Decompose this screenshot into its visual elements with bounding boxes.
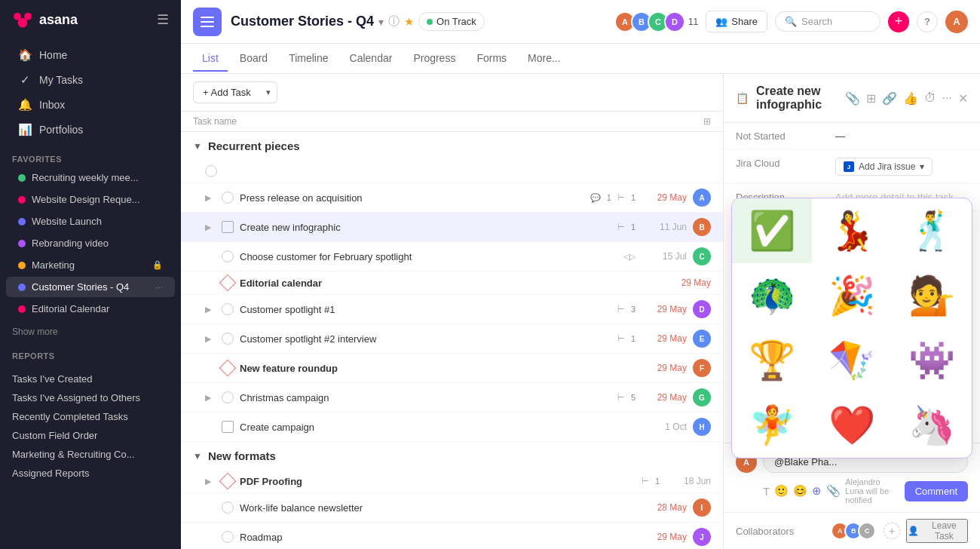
tab-timeline[interactable]: Timeline	[280, 46, 337, 72]
text-format-icon[interactable]: T	[763, 485, 770, 498]
emoji-smile-icon[interactable]: 🙂	[774, 484, 789, 498]
table-row[interactable]: ▶ Press release on acquisition 💬 1 ⊢ 1 2…	[181, 183, 723, 213]
emoji-checkmark[interactable]: ✅	[732, 198, 812, 263]
task-check-t12[interactable]	[222, 531, 234, 543]
timer-icon[interactable]: ⏱	[924, 91, 936, 105]
task-scroll[interactable]: ▼ Recurrent pieces ▶ Press release on ac…	[181, 132, 723, 549]
table-row[interactable]: ▶ Choose customer for February spotlight…	[181, 242, 723, 271]
emoji-dancer2[interactable]: 🕺	[892, 198, 972, 263]
add-task-arrow-button[interactable]: ▾	[260, 81, 277, 103]
add-collaborator-button[interactable]: +	[884, 523, 900, 539]
emoji-monster[interactable]: 👾	[892, 328, 972, 393]
table-row[interactable]: ▶ Customer spotlight #1 ⊢ 3 29 May D	[181, 295, 723, 324]
table-row[interactable]: ▶ Christmas campaign ⊢ 5 29 May G	[181, 383, 723, 413]
table-row[interactable]: ▶ Editorial calendar 29 May	[181, 271, 723, 295]
sidebar-collapse-btn[interactable]: ☰	[157, 11, 169, 28]
sidebar-item-my-tasks[interactable]: ✓ My Tasks	[6, 68, 175, 92]
task-check-t5[interactable]	[222, 303, 234, 315]
add-jira-button[interactable]: J Add Jira issue ▾	[835, 158, 933, 176]
report-tasks-created[interactable]: Tasks I've Created	[0, 370, 181, 388]
emoji-guide[interactable]: 💁	[892, 263, 972, 328]
task-check-t4-diamond[interactable]	[219, 274, 237, 292]
task-expand-t10[interactable]: ▶	[205, 477, 216, 486]
copy-task-icon[interactable]: ⊞	[866, 91, 876, 106]
table-row[interactable]: ▶ Roadmap 29 May J	[181, 523, 723, 549]
section-header-recurrent[interactable]: ▼ Recurrent pieces	[181, 132, 723, 160]
attachment-icon[interactable]: 📎	[845, 91, 860, 106]
tab-progress[interactable]: Progress	[404, 46, 464, 72]
attach-icon[interactable]: 📎	[826, 484, 841, 498]
task-check-t9[interactable]	[222, 421, 234, 433]
emoji-heart[interactable]: ❤️	[812, 393, 892, 443]
emoji-celebrate[interactable]: 🎉	[812, 263, 892, 328]
like-icon[interactable]: 👍	[903, 91, 918, 106]
task-check-empty[interactable]	[205, 165, 217, 177]
link-icon[interactable]: 🔗	[882, 91, 897, 106]
emoji-unicorn[interactable]: 🦄	[892, 393, 972, 443]
info-icon[interactable]: ⓘ	[388, 14, 400, 29]
task-check-t1[interactable]	[222, 192, 234, 204]
tab-list[interactable]: List	[193, 46, 228, 72]
show-more-btn[interactable]: Show more	[0, 320, 181, 342]
report-recently-completed[interactable]: Recently Completed Tasks	[0, 407, 181, 426]
user-avatar[interactable]: A	[945, 11, 968, 33]
emoji-trophy[interactable]: 🏆	[732, 328, 812, 393]
task-check-t6[interactable]	[222, 333, 234, 345]
report-custom-field-order[interactable]: Custom Field Order	[0, 426, 181, 445]
emoji-reaction-icon[interactable]: 😊	[793, 484, 807, 498]
task-expand-t1[interactable]: ▶	[205, 193, 216, 203]
table-row[interactable]: ▶ PDF Proofing ⊢ 1 18 Jun	[181, 470, 723, 493]
project-icon-btn[interactable]	[193, 8, 222, 36]
report-tasks-assigned[interactable]: Tasks I've Assigned to Others	[0, 388, 181, 407]
search-box[interactable]: 🔍 Search	[775, 11, 880, 32]
table-row[interactable]: ▶ Customer spotlight #2 interview ⊢ 1 29…	[181, 324, 723, 354]
table-row[interactable]: ▶ Work-life balance newsletter 28 May I	[181, 493, 723, 523]
fav-item-website-launch[interactable]: Website Launch	[6, 211, 175, 232]
title-chevron-icon[interactable]: ▾	[378, 16, 384, 28]
close-panel-icon[interactable]: ✕	[958, 91, 968, 106]
fav-item-recruiting[interactable]: Recruiting weekly mee...	[6, 167, 175, 188]
tab-more[interactable]: More...	[519, 46, 570, 72]
task-check-t10-diamond[interactable]	[219, 473, 237, 490]
report-marketing-recruiting[interactable]: Marketing & Recruiting Co...	[0, 445, 181, 464]
section-header-new-formats[interactable]: ▼ New formats	[181, 442, 723, 470]
task-check-t8[interactable]	[222, 391, 234, 403]
task-check-t11[interactable]	[222, 501, 234, 514]
tab-board[interactable]: Board	[231, 46, 277, 72]
add-task-main-button[interactable]: + Add Task	[193, 81, 260, 103]
emoji-fairy[interactable]: 🧚	[732, 393, 812, 443]
star-icon[interactable]: ★	[404, 15, 414, 29]
help-button[interactable]: ?	[917, 11, 938, 32]
task-check-t2[interactable]	[222, 221, 234, 233]
leave-task-button[interactable]: 👤 Leave Task	[906, 519, 968, 543]
table-row[interactable]: ▶ New feature roundup 29 May F	[181, 354, 723, 383]
tab-calendar[interactable]: Calendar	[341, 46, 402, 72]
fav-item-editorial-calendar[interactable]: Editorial Calendar	[6, 299, 175, 319]
sidebar-item-home[interactable]: 🏠 Home	[6, 43, 175, 67]
on-track-badge[interactable]: On Track	[418, 12, 485, 31]
table-row[interactable]	[181, 160, 723, 183]
comment-submit-button[interactable]: Comment	[905, 481, 968, 501]
emoji-kite[interactable]: 🪁	[812, 328, 892, 393]
fav-item-marketing[interactable]: Marketing 🔒	[6, 255, 175, 275]
add-button[interactable]: +	[888, 11, 909, 32]
task-expand-t8[interactable]: ▶	[205, 393, 216, 403]
task-check-t7-diamond[interactable]	[219, 360, 237, 377]
asana-logo[interactable]: asana	[12, 9, 78, 30]
more-icon[interactable]: ···	[942, 91, 952, 105]
emoji-picker-icon[interactable]: ⊕	[812, 484, 822, 498]
expand-all-icon[interactable]: ⊞	[703, 116, 711, 127]
sidebar-item-inbox[interactable]: 🔔 Inbox	[6, 93, 175, 117]
share-button[interactable]: 👥 Share	[706, 11, 767, 32]
task-expand-t6[interactable]: ▶	[205, 334, 216, 344]
table-row[interactable]: ▶ Create new infographic ⊢ 1 11 Jun B	[181, 213, 723, 242]
fav-item-rebranding[interactable]: Rebranding video	[6, 233, 175, 253]
fav-item-customer-stories[interactable]: Customer Stories - Q4 ···	[6, 277, 175, 297]
emoji-phoenix[interactable]: 🦚	[732, 263, 812, 328]
report-assigned-reports[interactable]: Assigned Reports	[0, 464, 181, 483]
sidebar-item-portfolios[interactable]: 📊 Portfolios	[6, 118, 175, 142]
emoji-dancer1[interactable]: 💃	[812, 198, 892, 263]
tab-forms[interactable]: Forms	[467, 46, 516, 72]
fav-item-website-design[interactable]: Website Design Reque...	[6, 189, 175, 210]
fav-item-more-icon[interactable]: ···	[155, 282, 163, 293]
